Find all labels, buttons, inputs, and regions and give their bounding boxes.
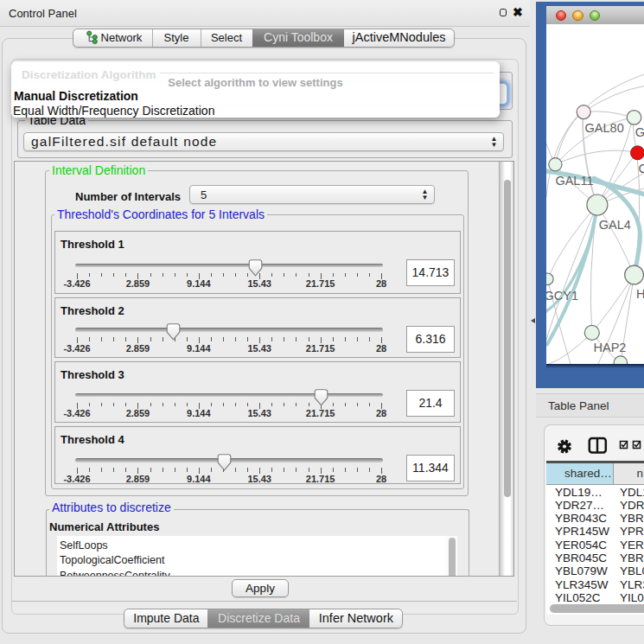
svg-text:H: H — [636, 286, 644, 300]
svg-text:HAP2: HAP2 — [594, 341, 627, 354]
svg-text:GAL4: GAL4 — [599, 218, 631, 232]
svg-text:GAL11: GAL11 — [555, 174, 593, 188]
svg-text:GA: GA — [635, 124, 644, 138]
svg-text:GAL80: GAL80 — [585, 120, 624, 134]
svg-text:GCY1: GCY1 — [546, 289, 578, 303]
svg-text:C: C — [639, 162, 644, 175]
